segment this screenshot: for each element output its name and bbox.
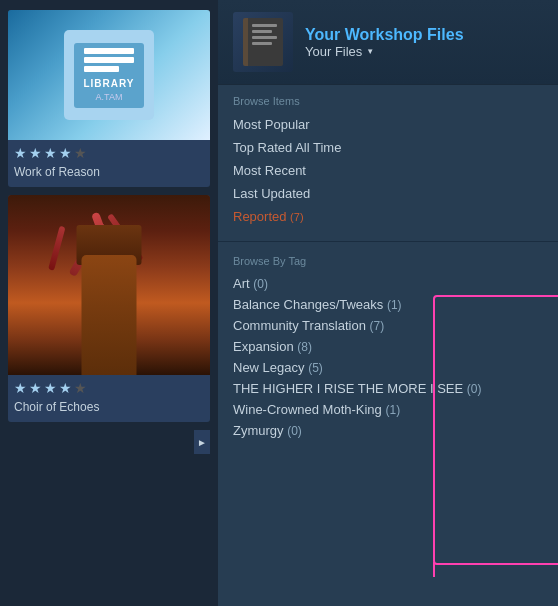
browse-last-updated[interactable]: Last Updated — [233, 182, 543, 205]
star-4: ★ — [59, 380, 72, 396]
tag-expansion-count: (8) — [297, 340, 312, 354]
tag-new-legacy-label: New Legacy — [233, 360, 305, 375]
annotation-line-bottom — [433, 562, 435, 577]
browse-by-tag-section: Browse By Tag Art (0) Balance Changes/Tw… — [218, 250, 558, 446]
star-4: ★ — [59, 145, 72, 161]
header-text-group: Your Workshop Files Your Files ▼ — [305, 26, 464, 59]
reported-row[interactable]: Reported (7) — [233, 205, 543, 228]
workshop-header: Your Workshop Files Your Files ▼ — [218, 0, 558, 85]
left-panel: LIBRARY A.TAM ★ ★ ★ ★ ★ Work of Reason — [0, 0, 218, 606]
tag-zymurgy-count: (0) — [287, 424, 302, 438]
tag-zymurgy[interactable]: Zymurgy (0) — [233, 420, 543, 441]
game-card-2-image — [8, 195, 210, 375]
your-files-label: Your Files — [305, 44, 362, 59]
browse-by-tag-label: Browse By Tag — [233, 255, 543, 267]
tag-new-legacy-count: (5) — [308, 361, 323, 375]
game-card-1-image: LIBRARY A.TAM — [8, 10, 210, 140]
scroll-right-button[interactable]: ► — [194, 430, 210, 454]
star-2: ★ — [29, 145, 42, 161]
star-1: ★ — [14, 380, 27, 396]
tag-higher-count: (0) — [467, 382, 482, 396]
tag-art-count: (0) — [253, 277, 268, 291]
library-icon: LIBRARY A.TAM — [64, 30, 154, 120]
star-1: ★ — [14, 145, 27, 161]
star-3: ★ — [44, 145, 57, 161]
workshop-icon — [233, 12, 293, 72]
library-text: LIBRARY — [83, 78, 134, 89]
star-5: ★ — [74, 380, 87, 396]
your-files-dropdown[interactable]: Your Files ▼ — [305, 44, 464, 59]
section-divider — [218, 241, 558, 242]
card-2-title: Choir of Echoes — [8, 398, 210, 422]
scroll-arrow-icon: ► — [197, 437, 207, 448]
card-1-title: Work of Reason — [8, 163, 210, 187]
star-5: ★ — [74, 145, 87, 161]
workshop-title: Your Workshop Files — [305, 26, 464, 44]
reported-label: Reported — [233, 209, 286, 224]
right-panel: Your Workshop Files Your Files ▼ Browse … — [218, 0, 558, 606]
game-card-1[interactable]: LIBRARY A.TAM ★ ★ ★ ★ ★ Work of Reason — [8, 10, 210, 187]
tag-community-count: (7) — [370, 319, 385, 333]
game-card-2[interactable]: ★ ★ ★ ★ ★ Choir of Echoes — [8, 195, 210, 422]
star-2: ★ — [29, 380, 42, 396]
browse-most-recent[interactable]: Most Recent — [233, 159, 543, 182]
tag-expansion-label: Expansion — [233, 339, 294, 354]
tag-balance[interactable]: Balance Changes/Tweaks (1) — [233, 294, 543, 315]
tag-art[interactable]: Art (0) — [233, 273, 543, 294]
browse-most-popular[interactable]: Most Popular — [233, 113, 543, 136]
tag-higher-rise[interactable]: THE HIGHER I RISE THE MORE I SEE (0) — [233, 378, 543, 399]
tag-wine-crowned[interactable]: Wine-Crowned Moth-King (1) — [233, 399, 543, 420]
tag-balance-label: Balance Changes/Tweaks — [233, 297, 383, 312]
dropdown-arrow-icon: ▼ — [366, 47, 374, 56]
tag-higher-label: THE HIGHER I RISE THE MORE I SEE — [233, 381, 463, 396]
browse-items-section: Browse Items Most Popular Top Rated All … — [218, 85, 558, 233]
reported-count: (7) — [290, 211, 303, 223]
notebook-icon — [243, 18, 283, 66]
tag-expansion[interactable]: Expansion (8) — [233, 336, 543, 357]
browse-items-label: Browse Items — [233, 95, 543, 107]
tag-art-label: Art — [233, 276, 250, 291]
tag-new-legacy[interactable]: New Legacy (5) — [233, 357, 543, 378]
tag-wine-label: Wine-Crowned Moth-King — [233, 402, 382, 417]
tag-zymurgy-label: Zymurgy — [233, 423, 284, 438]
tower-visual — [8, 195, 210, 375]
tag-community-translation[interactable]: Community Translation (7) — [233, 315, 543, 336]
main-container: LIBRARY A.TAM ★ ★ ★ ★ ★ Work of Reason — [0, 0, 558, 606]
tag-community-label: Community Translation — [233, 318, 366, 333]
browse-top-rated[interactable]: Top Rated All Time — [233, 136, 543, 159]
tag-wine-count: (1) — [385, 403, 400, 417]
card-1-stars: ★ ★ ★ ★ ★ — [8, 140, 210, 163]
tag-balance-count: (1) — [387, 298, 402, 312]
card-2-stars: ★ ★ ★ ★ ★ — [8, 375, 210, 398]
star-3: ★ — [44, 380, 57, 396]
library-sub: A.TAM — [96, 92, 123, 102]
